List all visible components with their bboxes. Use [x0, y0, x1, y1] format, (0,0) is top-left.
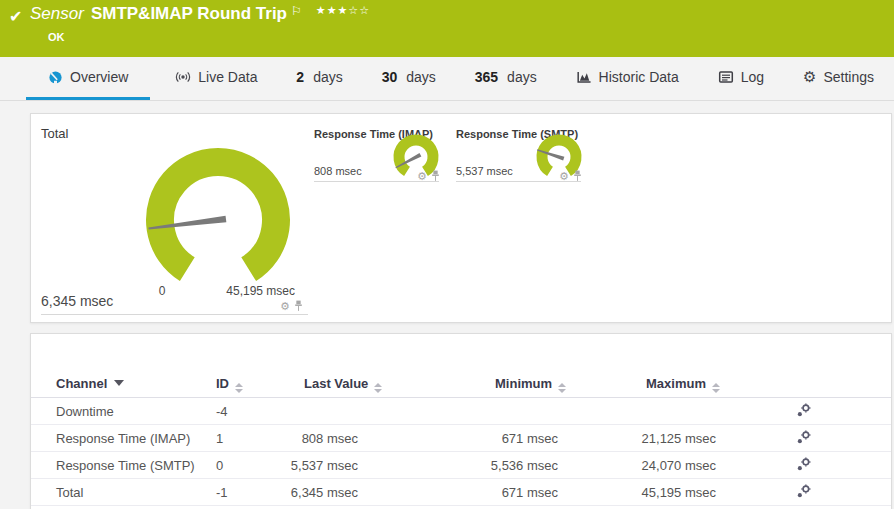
cell-minimum: 671 msec: [451, 485, 558, 500]
cell-channel: Response Time (SMTP): [56, 458, 195, 473]
tab-live-data[interactable]: Live Data: [161, 57, 271, 100]
sort-icon: [712, 383, 720, 393]
gauge-imap-divider: [314, 181, 439, 182]
cell-channel: Response Time (IMAP): [56, 431, 190, 446]
gauge-icon: [48, 70, 63, 85]
tab-historic-data-label: Historic Data: [599, 69, 679, 85]
gauge-total-settings-gear-icon[interactable]: ⚙: [280, 301, 290, 312]
gauge-total-pin-icon[interactable]: [294, 300, 303, 312]
gauge-total-min-label: 0: [151, 284, 173, 298]
tab-settings-label: Settings: [823, 69, 874, 85]
log-list-icon: [718, 69, 734, 85]
cell-minimum: 5,536 msec: [451, 458, 558, 473]
cell-channel: Downtime: [56, 404, 114, 419]
table-row[interactable]: Downtime -4: [31, 398, 891, 425]
gauge-total-max-label: 45,195 msec: [209, 284, 295, 298]
column-header-maximum[interactable]: Maximum: [646, 376, 720, 393]
tab-365-days-label: days: [507, 69, 537, 85]
tab-historic-data[interactable]: Historic Data: [562, 57, 693, 100]
tab-30-days-label: days: [406, 69, 436, 85]
gauge-total-value: 6,345 msec: [41, 293, 113, 309]
edit-channel-icon[interactable]: [796, 430, 811, 445]
live-data-icon: [175, 69, 191, 85]
tab-2-days-label: days: [313, 69, 343, 85]
gauge-imap-settings-gear-icon[interactable]: ⚙: [417, 171, 427, 182]
cell-maximum: 45,195 msec: [611, 485, 716, 500]
tab-365-days[interactable]: 365 days: [461, 57, 551, 100]
status-ok-check-icon: ✔: [9, 7, 22, 26]
edit-channel-icon[interactable]: [796, 403, 811, 418]
cell-channel: Total: [56, 485, 83, 500]
gauge-smtp-divider: [456, 181, 581, 182]
tab-30-days[interactable]: 30 days: [368, 57, 450, 100]
tab-30-days-number: 30: [382, 69, 398, 85]
channel-table-header: Channel ID Last Value Minimum Maximum: [31, 370, 891, 398]
column-header-minimum[interactable]: Minimum: [495, 376, 566, 393]
edit-channel-icon[interactable]: [796, 484, 811, 499]
gauge-total-title: Total: [41, 126, 68, 141]
column-header-last-value[interactable]: Last Value: [304, 376, 382, 393]
tab-bar: Overview Live Data 2 days 30 days 365 da…: [0, 57, 894, 101]
sensor-kind-label: Sensor: [30, 4, 84, 23]
tab-settings[interactable]: ⚙ Settings: [789, 57, 888, 100]
sort-icon: [374, 383, 382, 393]
table-row[interactable]: Total -1 6,345 msec 671 msec 45,195 msec: [31, 479, 891, 506]
gauge-total-divider: [41, 314, 308, 315]
status-badge: OK: [48, 31, 65, 43]
cell-last-value: 5,537 msec: [271, 458, 358, 473]
tab-log[interactable]: Log: [704, 57, 778, 100]
cell-id: 0: [216, 458, 223, 473]
area-chart-icon: [576, 70, 592, 85]
edit-channel-icon[interactable]: [796, 457, 811, 472]
sort-icon: [235, 383, 243, 393]
cell-minimum: 671 msec: [451, 431, 558, 446]
tab-365-days-number: 365: [475, 69, 498, 85]
priority-stars[interactable]: ★★★☆☆: [316, 4, 370, 17]
tab-2-days[interactable]: 2 days: [282, 57, 356, 100]
tab-2-days-number: 2: [296, 69, 304, 85]
tab-overview[interactable]: Overview: [26, 57, 150, 100]
gauge-total: [143, 145, 293, 295]
cell-id: -4: [216, 404, 228, 419]
cell-last-value: 6,345 msec: [271, 485, 358, 500]
tab-log-label: Log: [741, 69, 764, 85]
page-title: SMTP&IMAP Round Trip: [91, 4, 287, 23]
gauge-imap-value: 808 msec: [314, 165, 362, 177]
channel-table-panel: Channel ID Last Value Minimum Maximum Do…: [30, 333, 892, 509]
column-header-channel[interactable]: Channel: [56, 376, 124, 391]
sort-desc-icon: [114, 380, 124, 386]
tab-live-data-label: Live Data: [198, 69, 257, 85]
cell-maximum: 24,070 msec: [611, 458, 716, 473]
cell-maximum: 21,125 msec: [611, 431, 716, 446]
overview-panel: Total 0 45,195 msec 6,345 msec ⚙ Respons…: [30, 113, 892, 323]
gear-icon: ⚙: [803, 68, 816, 86]
sensor-header: ✔ SensorSMTP&IMAP Round Trip⚐★★★☆☆ OK: [0, 0, 894, 57]
table-row[interactable]: Response Time (IMAP) 1 808 msec 671 msec…: [31, 425, 891, 452]
gauge-smtp-value: 5,537 msec: [456, 165, 513, 177]
gauge-smtp-settings-gear-icon[interactable]: ⚙: [559, 171, 569, 182]
tab-overview-label: Overview: [70, 69, 128, 85]
cell-last-value: 808 msec: [271, 431, 358, 446]
flag-icon[interactable]: ⚐: [291, 4, 302, 18]
cell-id: -1: [216, 485, 228, 500]
cell-id: 1: [216, 431, 223, 446]
column-header-id[interactable]: ID: [216, 376, 243, 393]
table-row[interactable]: Response Time (SMTP) 0 5,537 msec 5,536 …: [31, 452, 891, 479]
sort-icon: [558, 383, 566, 393]
